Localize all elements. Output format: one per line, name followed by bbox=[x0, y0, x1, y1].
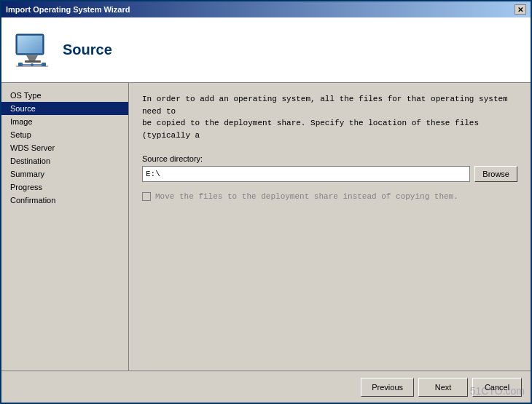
wizard-footer: Previous Next Cancel bbox=[1, 371, 531, 403]
sidebar-item-destination[interactable]: Destination bbox=[1, 154, 128, 167]
move-files-row: Move the files to the deployment share i… bbox=[142, 192, 517, 201]
title-bar: Import Operating System Wizard ✕ bbox=[1, 1, 531, 17]
directory-row: Browse bbox=[142, 166, 517, 182]
svg-rect-10 bbox=[18, 63, 23, 66]
svg-rect-4 bbox=[25, 60, 41, 63]
computer-icon bbox=[13, 31, 51, 69]
description-line1: In order to add an operating system, all… bbox=[142, 95, 508, 116]
sidebar-item-image[interactable]: Image bbox=[1, 115, 128, 128]
sidebar-item-summary[interactable]: Summary bbox=[1, 167, 128, 181]
browse-button[interactable]: Browse bbox=[474, 166, 517, 182]
cancel-button[interactable]: Cancel bbox=[472, 378, 522, 397]
sidebar-item-confirmation[interactable]: Confirmation bbox=[1, 194, 128, 207]
wizard-window: Import Operating System Wizard ✕ bbox=[0, 0, 532, 404]
svg-marker-3 bbox=[26, 55, 38, 60]
svg-rect-2 bbox=[17, 36, 42, 53]
move-files-label: Move the files to the deployment share i… bbox=[155, 192, 458, 201]
wizard-header: Source bbox=[1, 17, 531, 83]
description-line2: be copied to the deployment share. Speci… bbox=[142, 119, 479, 140]
source-directory-label: Source directory: bbox=[142, 154, 517, 163]
move-files-checkbox[interactable] bbox=[142, 192, 151, 201]
close-button[interactable]: ✕ bbox=[515, 4, 526, 15]
next-button[interactable]: Next bbox=[418, 378, 468, 397]
sidebar-item-wds-server[interactable]: WDS Server bbox=[1, 141, 128, 154]
source-directory-input[interactable] bbox=[142, 166, 470, 182]
sidebar: OS TypeSourceImageSetupWDS ServerDestina… bbox=[1, 83, 129, 371]
description-text: In order to add an operating system, all… bbox=[142, 93, 517, 141]
content-area: In order to add an operating system, all… bbox=[129, 83, 531, 371]
svg-rect-11 bbox=[42, 63, 46, 66]
sidebar-item-source[interactable]: Source bbox=[1, 102, 128, 115]
sidebar-item-os-type[interactable]: OS Type bbox=[1, 89, 128, 102]
previous-button[interactable]: Previous bbox=[361, 378, 414, 397]
sidebar-item-progress[interactable]: Progress bbox=[1, 181, 128, 194]
sidebar-item-setup[interactable]: Setup bbox=[1, 128, 128, 141]
window-title: Import Operating System Wizard bbox=[6, 5, 130, 14]
wizard-body: OS TypeSourceImageSetupWDS ServerDestina… bbox=[1, 83, 531, 371]
page-title: Source bbox=[63, 41, 112, 58]
